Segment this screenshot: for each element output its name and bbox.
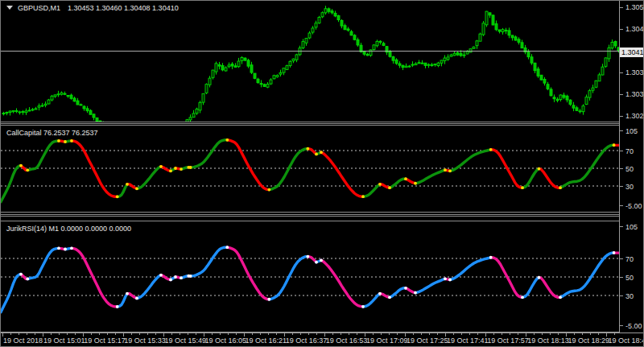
jurikrsi-plot[interactable]	[1, 221, 619, 332]
indicator-axis-label: 30	[625, 292, 634, 300]
time-axis-tick	[220, 333, 221, 335]
callcapital-plot[interactable]	[1, 126, 619, 212]
time-axis-label: 19 Oct 15:33	[124, 337, 166, 345]
indicator-axis-label: 70	[625, 255, 634, 263]
time-axis-label: 19 Oct 16:37	[286, 337, 328, 345]
panel-splitter[interactable]	[1, 123, 644, 124]
time-axis-tick	[75, 333, 76, 335]
time-axis-label: 19 Oct 18:45	[609, 337, 644, 345]
price-axis-label: 1.30322	[625, 90, 644, 98]
time-axis-tick	[502, 333, 502, 335]
time-axis-tick	[469, 333, 470, 335]
panel-splitter[interactable]	[1, 214, 644, 215]
axis-tick	[620, 72, 623, 73]
axis-tick	[620, 205, 623, 206]
time-axis-tick	[308, 333, 309, 335]
indicator-values: 76.2537 76.2537	[43, 129, 98, 137]
panel-splitter[interactable]	[1, 122, 644, 122]
time-axis-tick	[252, 333, 253, 335]
price-axis[interactable]: 1.305021.304571.304101.303671.303221.302…	[619, 1, 644, 333]
chart-symbol-row: GBPUSD,M11.30453 1.30460 1.30408 1.30410	[6, 4, 179, 12]
time-axis-tick	[389, 333, 390, 335]
indicator-values: 0.0000 0.0000 0.0000	[61, 225, 132, 233]
callcapital-label-row: CallCapital 76.2537 76.2537	[6, 129, 98, 137]
time-axis-tick	[429, 333, 430, 335]
time-axis-tick	[518, 333, 518, 335]
time-axis-tick	[453, 333, 454, 335]
price-axis-label: 1.30277	[625, 112, 644, 120]
axis-tick	[620, 295, 623, 296]
candlestick-plot[interactable]	[1, 1, 619, 122]
indicator-axis-label: 50	[625, 274, 634, 282]
time-axis-tick	[316, 333, 317, 335]
indicator-axis-label: -5.00	[625, 322, 642, 330]
indicator-axis-label: -5.00	[625, 202, 642, 210]
time-axis-tick	[10, 333, 11, 335]
axis-tick	[620, 151, 623, 151]
axis-tick	[620, 130, 623, 131]
time-axis-tick	[188, 333, 188, 335]
time-axis-tick	[147, 333, 148, 335]
jurikrsi-label-row: JurikRSI(14) M1 0.0000 0.0000 0.0000	[6, 225, 131, 233]
time-axis-label: 19 Oct 15:01	[43, 337, 85, 345]
axis-tick	[620, 258, 623, 259]
time-axis-tick	[332, 333, 333, 335]
time-axis-tick	[292, 333, 293, 335]
time-axis-tick	[574, 333, 575, 335]
indicator-axis-label: 105	[625, 223, 638, 231]
time-axis-tick	[115, 333, 116, 335]
indicator-panel-callcapital[interactable]: CallCapital 76.2537 76.2537	[1, 126, 619, 212]
time-axis-tick	[397, 333, 398, 335]
time-axis-tick	[413, 333, 414, 335]
time-axis-tick	[180, 333, 180, 335]
time-axis-label: 19 Oct 17:09	[366, 337, 408, 345]
time-axis-tick	[542, 333, 543, 335]
price-chart-panel[interactable]: GBPUSD,M11.30453 1.30460 1.30408 1.30410	[1, 1, 619, 122]
indicator-panel-jurikrsi[interactable]: JurikRSI(14) M1 0.0000 0.0000 0.0000	[1, 221, 619, 332]
time-axis-tick	[51, 333, 52, 335]
time-axis-tick	[236, 333, 237, 335]
time-axis-tick	[349, 333, 349, 335]
time-axis-tick	[35, 333, 35, 335]
indicator-axis-label: 105	[625, 127, 638, 135]
time-axis-tick	[67, 333, 68, 335]
time-axis-tick	[300, 333, 301, 335]
panel-splitter[interactable]	[1, 221, 644, 221]
chart-symbol-label: GBPUSD,M1	[18, 4, 60, 12]
time-axis-tick	[260, 333, 261, 335]
mt4-chart-window: GBPUSD,M11.30453 1.30460 1.30408 1.30410…	[0, 0, 644, 347]
time-axis-tick	[493, 333, 494, 335]
time-axis-tick	[19, 333, 19, 335]
time-axis-tick	[228, 333, 229, 335]
time-axis-tick	[614, 333, 615, 335]
panel-splitter[interactable]	[1, 216, 644, 217]
time-axis-tick	[107, 333, 108, 335]
axis-tick	[620, 226, 623, 227]
time-axis-tick	[461, 333, 462, 335]
panel-splitter[interactable]	[1, 212, 644, 213]
panel-splitter[interactable]	[1, 125, 644, 126]
time-axis-tick	[381, 333, 382, 335]
price-axis-label: 1.30502	[625, 3, 644, 11]
time-axis-tick	[196, 333, 196, 335]
price-axis-label: 1.30367	[625, 68, 644, 76]
chart-ohlc-values: 1.30453 1.30460 1.30408 1.30410	[68, 4, 179, 12]
time-axis-tick	[99, 333, 100, 335]
time-axis-tick	[550, 333, 551, 335]
time-axis-tick	[212, 333, 213, 335]
axis-tick	[620, 29, 623, 30]
axis-tick	[620, 168, 623, 169]
time-axis-tick	[373, 333, 374, 335]
indicator-axis-label: 30	[625, 183, 634, 191]
axis-tick	[620, 7, 623, 8]
time-axis-tick	[59, 333, 60, 335]
symbol-dropdown-arrow-icon[interactable]	[6, 6, 13, 10]
time-axis-tick	[268, 333, 269, 335]
time-axis-tick	[558, 333, 559, 335]
indicator-axis-label: 50	[625, 165, 634, 173]
time-axis-tick	[276, 333, 277, 335]
time-axis-label: 19 Oct 16:53	[326, 337, 368, 345]
time-axis-label: 19 Oct 17:41	[447, 337, 489, 345]
time-axis-tick	[510, 333, 510, 335]
time-axis[interactable]: 19 Oct 201819 Oct 15:0119 Oct 15:1719 Oc…	[1, 333, 644, 347]
